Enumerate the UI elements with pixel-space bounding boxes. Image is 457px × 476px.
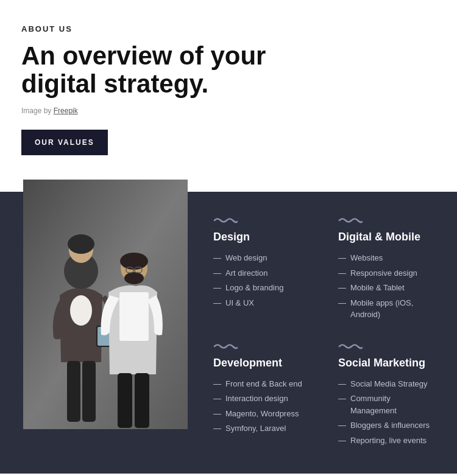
service-title: Design xyxy=(213,231,314,243)
service-list-item: Magento, Wordpress xyxy=(213,408,314,420)
svg-rect-18 xyxy=(135,373,149,428)
svg-rect-9 xyxy=(82,361,96,422)
team-photo-svg xyxy=(23,180,188,429)
service-list-item: Web design xyxy=(213,252,314,264)
freepik-link[interactable]: Freepik xyxy=(54,107,78,115)
svg-point-4 xyxy=(68,234,94,254)
service-list-item: Responsive design xyxy=(338,267,439,279)
top-section: ABOUT US An overview of your digital str… xyxy=(0,0,457,173)
main-headline: An overview of your digital strategy. xyxy=(21,42,326,98)
svg-point-5 xyxy=(70,295,92,326)
our-values-button[interactable]: OUR VALUES xyxy=(21,130,108,155)
squiggle-icon xyxy=(213,216,238,225)
svg-rect-17 xyxy=(118,373,132,428)
squiggle-icon xyxy=(213,342,238,351)
service-item-0: Design Web designArt directionLogo & bra… xyxy=(213,216,314,324)
services-grid: Design Web designArt directionLogo & bra… xyxy=(195,192,457,474)
service-item-3: Social Marketing Social Media StrategyCo… xyxy=(338,342,439,450)
section-label: ABOUT US xyxy=(21,24,436,33)
service-list-item: Front end & Back end xyxy=(213,378,314,390)
image-credit: Image by Freepik xyxy=(21,107,436,115)
service-item-1: Digital & Mobile WebsitesResponsive desi… xyxy=(338,216,439,324)
service-list-item: Symfony, Laravel xyxy=(213,422,314,435)
team-photo xyxy=(23,180,188,429)
service-list: WebsitesResponsive designMobile & Tablet… xyxy=(338,252,439,321)
bottom-section: Design Web designArt directionLogo & bra… xyxy=(0,192,457,474)
service-list-item: Websites xyxy=(338,252,439,264)
service-list-item: Interaction design xyxy=(213,393,314,405)
service-list: Front end & Back endInteraction designMa… xyxy=(213,378,314,435)
svg-rect-8 xyxy=(67,361,80,422)
service-list-item: Logo & branding xyxy=(213,282,314,294)
service-list-item: Mobile apps (iOS, Android) xyxy=(338,297,439,321)
service-title: Development xyxy=(213,357,314,369)
squiggle-icon xyxy=(338,342,363,351)
svg-point-12 xyxy=(124,272,144,284)
service-list-item: UI & UX xyxy=(213,297,314,309)
service-list-item: Art direction xyxy=(213,267,314,279)
service-list-item: Bloggers & influencers xyxy=(338,419,439,432)
service-title: Social Marketing xyxy=(338,357,439,369)
service-list-item: Mobile & Tablet xyxy=(338,282,439,294)
squiggle-icon xyxy=(338,216,363,225)
svg-point-11 xyxy=(120,253,148,270)
svg-rect-16 xyxy=(119,292,149,341)
service-list-item: Social Media Strategy xyxy=(338,378,439,390)
service-list-item: Community Management xyxy=(338,393,439,416)
service-list: Web designArt directionLogo & brandingUI… xyxy=(213,252,314,309)
service-title: Digital & Mobile xyxy=(338,231,439,243)
service-list: Social Media StrategyCommunity Managemen… xyxy=(338,378,439,447)
service-list-item: Reporting, live events xyxy=(338,435,439,447)
service-item-2: Development Front end & Back endInteract… xyxy=(213,342,314,450)
